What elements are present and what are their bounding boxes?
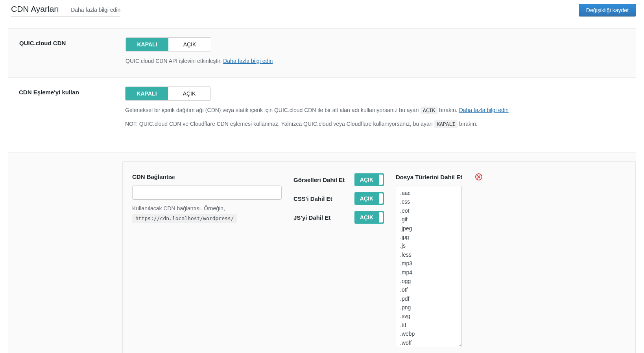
cdn-mapping-label: CDN Eşleme'yi kullan bbox=[19, 86, 125, 96]
quic-cloud-description: QUIC.cloud CDN API işlevini etkinleştir.… bbox=[125, 57, 625, 65]
include-js-label: JS'yi Dahil Et bbox=[293, 214, 330, 221]
include-images-toggle[interactable]: AÇIK bbox=[354, 173, 384, 186]
cdn-url-example: https://cdn.localhost/wordpress/ bbox=[132, 214, 237, 223]
filetypes-textarea[interactable] bbox=[396, 186, 462, 347]
cdn-mapping-toggle[interactable]: KAPALI AÇIK bbox=[125, 86, 211, 101]
include-js-toggle[interactable]: AÇIK bbox=[354, 211, 384, 224]
quic-cloud-label: QUIC.cloud CDN bbox=[19, 37, 125, 46]
inline-code-on: AÇIK bbox=[421, 107, 437, 114]
inline-code-off: KAPALI bbox=[434, 120, 458, 128]
cdn-mapping-description-1: Geleneksel bir içerik dağıtım ağı (CDN) … bbox=[125, 106, 625, 114]
cdn-url-label: CDN Bağlantısı bbox=[132, 173, 282, 180]
save-changes-button[interactable]: Değişikliği kaydet bbox=[579, 4, 636, 17]
cdn-url-hint: Kullanılacak CDN bağlantısı. Örneğin, bbox=[132, 205, 282, 211]
quic-cloud-learn-more-link[interactable]: Daha fazla bilgi edin bbox=[223, 58, 273, 64]
cdn-mapping-on-button[interactable]: AÇIK bbox=[168, 87, 210, 100]
toggle-knob bbox=[379, 193, 383, 204]
quic-cloud-off-button[interactable]: KAPALI bbox=[126, 38, 168, 51]
include-css-label: CSS'i Dahil Et bbox=[293, 195, 332, 202]
cdn-mapping-off-button[interactable]: KAPALI bbox=[125, 87, 168, 100]
page-title: CDN Ayarları bbox=[11, 4, 59, 14]
filetypes-label: Dosya Türlerini Dahil Et bbox=[396, 174, 462, 180]
cdn-url-input[interactable] bbox=[132, 186, 282, 200]
toggle-knob bbox=[379, 175, 383, 185]
cdn-mapping-description-2: NOT: QUIC.cloud CDN ve Cloudflare CDN eş… bbox=[125, 120, 625, 128]
cdn-mapping-learn-more-link[interactable]: Daha fazla bilgi edin bbox=[459, 107, 509, 113]
include-css-toggle[interactable]: AÇIK bbox=[354, 192, 384, 205]
toggle-knob bbox=[379, 212, 383, 222]
remove-mapping-icon[interactable]: ✕ bbox=[475, 173, 482, 180]
learn-more-header-link[interactable]: Daha fazla bilgi edin bbox=[71, 7, 120, 13]
quic-cloud-toggle[interactable]: KAPALI AÇIK bbox=[125, 37, 211, 51]
include-images-label: Görselleri Dahil Et bbox=[293, 176, 345, 183]
quic-cloud-on-button[interactable]: AÇIK bbox=[168, 38, 211, 51]
